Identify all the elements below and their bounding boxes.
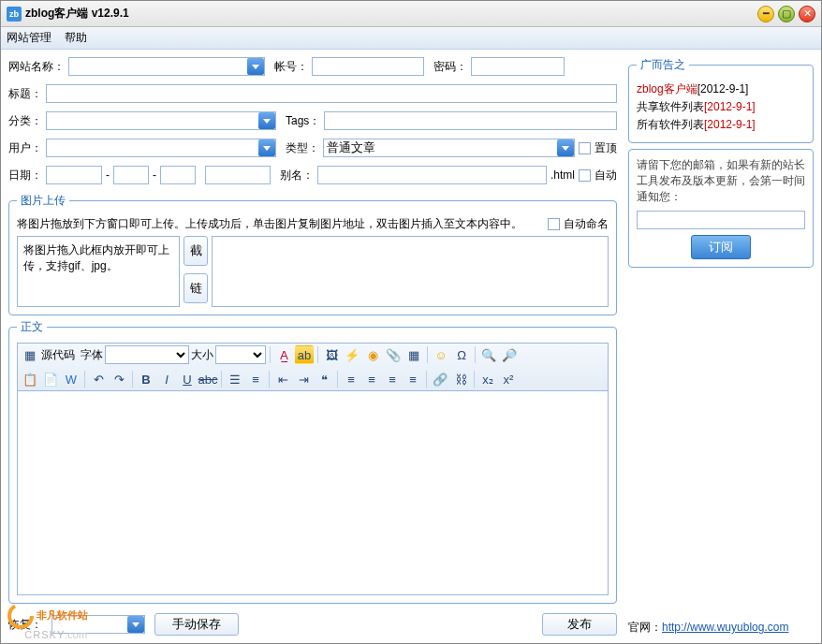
date-year[interactable] [46,166,102,184]
watermark: 非凡软件站 CRSKY.com [7,603,88,640]
indent-icon[interactable]: ⇥ [294,370,313,388]
smiley-icon[interactable]: ☺ [432,345,450,364]
sticky-checkbox[interactable] [579,142,591,154]
paste-icon[interactable]: 📋 [21,370,39,388]
subscribe-text: 请留下您的邮箱，如果有新的站长工具发布及版本更新，会第一时间通知您： [637,157,805,205]
menu-site-manage[interactable]: 网站管理 [7,30,51,46]
password-input[interactable] [471,57,565,76]
close-button[interactable]: ✕ [799,6,815,22]
manual-save-button[interactable]: 手动保存 [154,613,239,636]
font-select[interactable] [105,345,189,364]
align-center-icon[interactable]: ≡ [362,370,381,388]
size-label: 大小 [191,347,213,363]
date-time[interactable] [205,166,271,184]
tags-input[interactable] [324,111,617,130]
autoname-checkbox[interactable] [548,218,560,230]
redo-icon[interactable]: ↷ [110,370,128,388]
bg-color-icon[interactable]: ab [295,345,314,364]
italic-icon[interactable]: I [157,370,176,388]
tags-label: Tags： [286,113,320,129]
special-char-icon[interactable]: Ω [452,345,471,364]
user-label: 用户： [8,140,42,156]
autoname-label: 自动命名 [564,216,609,232]
subscribe-email-input[interactable] [637,211,805,229]
type-label: 类型： [286,140,319,156]
table-icon[interactable]: ▦ [404,345,423,364]
crop-button[interactable]: 截 [183,236,208,266]
text-color-icon[interactable]: A̲ [274,345,293,364]
find-icon[interactable]: 🔍 [479,345,498,364]
type-dropdown[interactable] [557,139,574,156]
publish-button[interactable]: 发布 [542,613,617,636]
maximize-button[interactable]: ▢ [778,6,795,22]
outdent-icon[interactable]: ⇤ [273,370,292,388]
auto-label: 自动 [594,168,617,183]
source-icon[interactable]: ▦ [21,345,39,364]
auto-checkbox[interactable] [579,169,591,182]
replace-icon[interactable]: 🔎 [500,345,519,364]
ad-item[interactable]: 所有软件列表[2012-9-1] [637,116,805,134]
image-drop-zone[interactable]: 将图片拖入此框内放开即可上传，支持gif、jpg。 [17,236,180,307]
align-justify-icon[interactable]: ≡ [404,370,422,388]
category-input[interactable] [46,111,276,130]
attachment-icon[interactable]: 📎 [384,345,403,364]
minimize-button[interactable]: ━ [757,6,774,22]
user-dropdown[interactable] [258,139,275,156]
upload-hint: 将图片拖放到下方窗口即可上传。上传成功后，单击图片复制图片地址，双击图片插入至文… [17,216,544,232]
align-right-icon[interactable]: ≡ [383,370,402,388]
body-legend: 正文 [17,319,47,335]
paste-word-icon[interactable]: W [62,370,81,388]
site-name-dropdown[interactable] [247,58,264,75]
strike-icon[interactable]: abc [198,370,217,388]
site-name-label: 网站名称： [8,59,65,75]
svg-point-0 [9,605,32,627]
title-input[interactable] [46,84,617,103]
blockquote-icon[interactable]: ❝ [315,370,333,388]
size-select[interactable] [215,345,266,364]
menu-help[interactable]: 帮助 [65,30,87,46]
account-input[interactable] [312,57,424,76]
alias-input[interactable] [317,166,547,184]
ads-legend: 广而告之 [637,57,689,73]
unlink-icon[interactable]: ⛓ [451,370,470,388]
flash-icon[interactable]: ⚡ [343,345,361,364]
image-upload-group: 图片上传 将图片拖放到下方窗口即可上传。上传成功后，单击图片复制图片地址，双击图… [8,193,617,315]
category-dropdown[interactable] [258,112,275,129]
source-label[interactable]: 源代码 [41,347,75,363]
ad-item[interactable]: zblog客户端[2012-9-1] [637,80,805,98]
password-label: 密码： [433,59,467,75]
account-label: 帐号： [274,59,308,75]
date-month[interactable] [113,166,149,184]
bold-icon[interactable]: B [137,370,155,388]
paste-text-icon[interactable]: 📄 [41,370,60,388]
window-title: zblog客户端 v12.9.1 [25,6,129,22]
date-day[interactable] [160,166,196,184]
ordered-list-icon[interactable]: ☰ [226,370,244,388]
date-label: 日期： [8,168,42,183]
undo-icon[interactable]: ↶ [89,370,108,388]
watermark-icon [7,603,34,629]
app-icon: zb [7,7,22,22]
recover-dropdown[interactable] [127,616,144,633]
editor-toolbar: ▦ 源代码 字体 大小 A̲ ab 🖼 ⚡ ◉ 📎 ▦ ☺ Ω 🔍 [17,343,609,390]
superscript-icon[interactable]: x² [499,370,518,388]
media-icon[interactable]: ◉ [363,345,382,364]
site-name-input[interactable] [68,57,265,76]
link-button[interactable]: 链 [183,273,208,303]
subscript-icon[interactable]: x₂ [478,370,497,388]
official-site-label: 官网： [628,621,662,634]
user-input[interactable] [46,139,276,157]
category-label: 分类： [8,113,42,129]
official-site-link[interactable]: http://www.wuyublog.com [662,621,788,634]
link-icon[interactable]: 🔗 [431,370,449,388]
body-group: 正文 ▦ 源代码 字体 大小 A̲ ab 🖼 ⚡ ◉ 📎 ▦ ☺ Ω [8,319,617,604]
unordered-list-icon[interactable]: ≡ [246,370,265,388]
editor-body[interactable] [17,390,609,595]
subscribe-button[interactable]: 订阅 [691,235,751,259]
image-upload-legend: 图片上传 [17,193,69,209]
image-icon[interactable]: 🖼 [322,345,341,364]
align-left-icon[interactable]: ≡ [342,370,360,388]
underline-icon[interactable]: U [178,370,197,388]
ad-item[interactable]: 共享软件列表[2012-9-1] [637,98,805,116]
type-input[interactable] [323,139,575,157]
